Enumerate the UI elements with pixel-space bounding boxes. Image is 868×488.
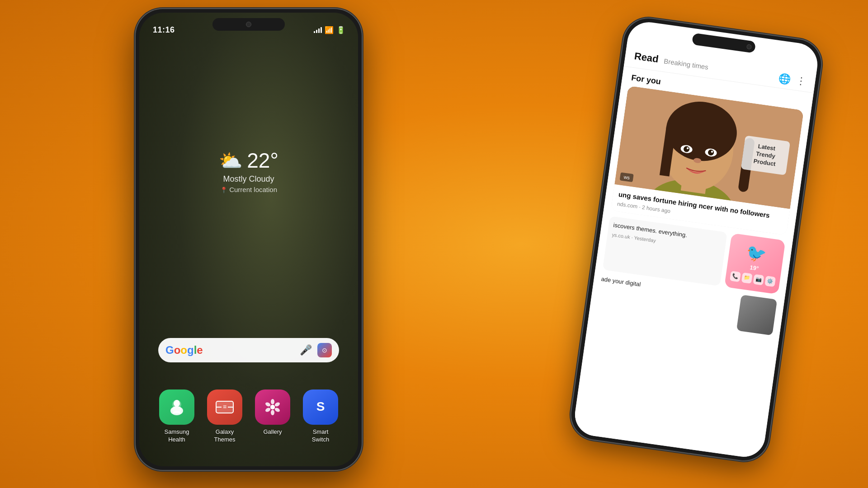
more-options-icon[interactable]: ⋮ bbox=[795, 75, 807, 88]
status-icons: 📶 🔋 bbox=[314, 26, 344, 34]
galaxy-themes-label: GalaxyThemes bbox=[214, 428, 236, 444]
svg-point-14 bbox=[271, 410, 274, 415]
gallery-svg bbox=[262, 397, 283, 418]
smart-switch-svg: S bbox=[310, 397, 331, 418]
news-tag: ws bbox=[620, 172, 634, 182]
status-bar-left: 11:16 📶 🔋 bbox=[153, 21, 344, 39]
samsung-health-app[interactable]: SamsungHealth bbox=[159, 389, 194, 444]
app-icons-row: SamsungHealth ≡ GalaxyTheme bbox=[159, 389, 338, 444]
weather-cloud-icon: ⛅ bbox=[219, 150, 242, 172]
gallery-icon[interactable] bbox=[255, 389, 290, 425]
status-time: 11:16 bbox=[153, 25, 175, 35]
product-text: Latest Trendy Product bbox=[746, 141, 785, 169]
phone-right-screen: Read Breaking times 🌐 ⋮ For you bbox=[572, 19, 820, 460]
phone-left-screen: 11:16 📶 🔋 ⛅ 22° Mostly Cloudy 📍 bbox=[139, 13, 358, 466]
phone-right-wrapper: Read Breaking times 🌐 ⋮ For you bbox=[568, 15, 825, 464]
app-subtitle-text: Breaking times bbox=[663, 57, 709, 71]
weather-widget: ⛅ 22° Mostly Cloudy 📍 Current location bbox=[219, 148, 278, 193]
weather-description: Mostly Cloudy bbox=[219, 174, 278, 184]
svg-text:S: S bbox=[316, 399, 325, 413]
pink-mini-icons: 📞 📁 📷 ⚙️ bbox=[730, 271, 776, 287]
signal-bar-1 bbox=[314, 31, 315, 33]
galaxy-themes-svg: ≡ bbox=[214, 397, 235, 418]
svg-point-11 bbox=[271, 399, 274, 404]
smart-switch-label: SmartSwitch bbox=[312, 428, 329, 444]
pink-folder-icon: 📁 bbox=[741, 272, 753, 284]
samsung-health-icon[interactable] bbox=[159, 389, 194, 425]
pink-camera-icon: 📷 bbox=[753, 274, 764, 285]
app-name-text: Read bbox=[634, 50, 660, 65]
google-lens-icon[interactable]: ⊙ bbox=[317, 343, 332, 357]
globe-icon[interactable]: 🌐 bbox=[778, 72, 792, 86]
galaxy-themes-app[interactable]: ≡ GalaxyThemes bbox=[207, 389, 242, 444]
news-card-large[interactable]: Latest Trendy Product ws ung saves fortu… bbox=[611, 86, 804, 235]
location-pin-icon: 📍 bbox=[220, 187, 227, 193]
product-overlay: Latest Trendy Product bbox=[741, 136, 790, 175]
pink-temp-display: 19° bbox=[750, 264, 760, 272]
header-action-icons: 🌐 ⋮ bbox=[778, 72, 807, 88]
battery-icon: 🔋 bbox=[336, 26, 344, 34]
news-card-small-1[interactable]: iscovers themes. everything. ys.co.uk · … bbox=[603, 216, 727, 286]
weather-row: ⛅ 22° bbox=[219, 148, 278, 173]
phone-right: Read Breaking times 🌐 ⋮ For you bbox=[568, 15, 825, 464]
gallery-app[interactable]: Gallery bbox=[255, 389, 290, 436]
svg-text:≡: ≡ bbox=[223, 403, 226, 410]
gallery-label: Gallery bbox=[263, 428, 282, 436]
wifi-icon: 📶 bbox=[325, 26, 334, 34]
notch-right bbox=[692, 33, 756, 53]
pink-phone-icon: 📞 bbox=[730, 271, 741, 282]
google-logo: Google bbox=[165, 344, 203, 357]
svg-point-16 bbox=[264, 402, 271, 408]
svg-point-4 bbox=[174, 400, 179, 405]
smart-switch-icon[interactable]: S bbox=[303, 389, 338, 425]
pink-bird-icon: 🐦 bbox=[745, 242, 768, 264]
galaxy-themes-icon[interactable]: ≡ bbox=[207, 389, 242, 425]
pink-settings-icon: ⚙️ bbox=[764, 276, 776, 287]
phone-left: 11:16 📶 🔋 ⛅ 22° Mostly Cloudy 📍 bbox=[136, 9, 362, 470]
signal-icon bbox=[314, 27, 322, 33]
google-search-bar[interactable]: Google 🎤 ⊙ bbox=[158, 338, 339, 362]
signal-bar-2 bbox=[316, 30, 317, 33]
right-phone-content: Read Breaking times 🌐 ⋮ For you bbox=[572, 42, 817, 460]
microphone-icon[interactable]: 🎤 bbox=[300, 344, 312, 356]
weather-location: 📍 Current location bbox=[219, 186, 278, 193]
signal-bar-4 bbox=[321, 27, 322, 33]
svg-point-12 bbox=[274, 402, 280, 408]
svg-point-13 bbox=[274, 407, 280, 413]
pink-weather-card: 🐦 19° 📞 📁 📷 ⚙️ bbox=[724, 233, 786, 295]
samsung-health-label: SamsungHealth bbox=[165, 428, 189, 444]
news-third-image bbox=[736, 295, 777, 335]
samsung-health-svg bbox=[167, 397, 187, 417]
smart-switch-app[interactable]: S SmartSwitch bbox=[303, 389, 338, 444]
svg-point-17 bbox=[270, 405, 275, 409]
weather-temperature: 22° bbox=[247, 148, 278, 173]
signal-bar-3 bbox=[318, 28, 320, 33]
svg-point-15 bbox=[264, 407, 271, 413]
